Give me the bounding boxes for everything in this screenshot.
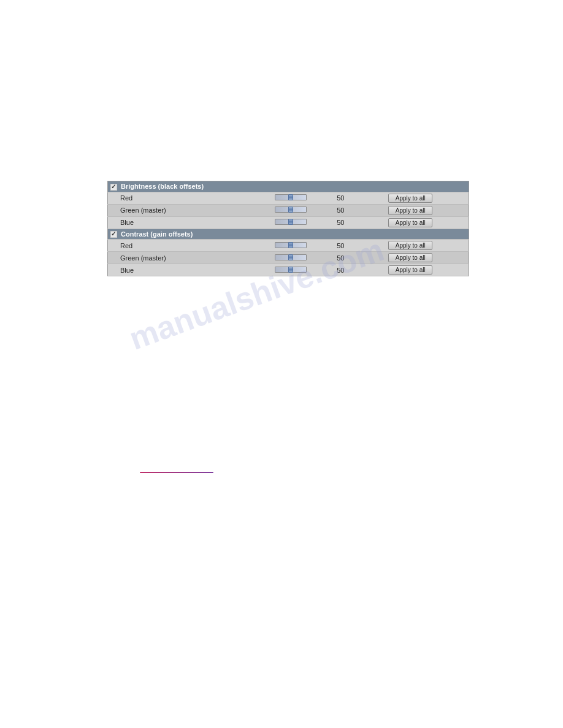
- brightness-red-row: Red 50 Apply to all: [108, 192, 469, 204]
- brightness-green-apply-cell: Apply to all: [386, 204, 469, 216]
- brightness-blue-slider-cell[interactable]: [272, 216, 334, 229]
- contrast-blue-apply-cell: Apply to all: [386, 264, 469, 276]
- brightness-red-thumb: [288, 194, 293, 200]
- contrast-blue-label: Blue: [108, 264, 273, 276]
- contrast-red-slider[interactable]: [275, 242, 307, 248]
- brightness-green-thumb: [288, 207, 293, 213]
- contrast-green-value: 50: [334, 252, 386, 264]
- settings-table: Brightness (black offsets) Red 50 Apply …: [107, 181, 469, 276]
- brightness-red-slider-cell[interactable]: [272, 192, 334, 204]
- contrast-green-thumb: [288, 254, 293, 260]
- brightness-checkbox[interactable]: [110, 184, 117, 191]
- brightness-green-slider-cell[interactable]: [272, 204, 334, 216]
- brightness-green-row: Green (master) 50 Apply to all: [108, 204, 469, 216]
- brightness-blue-row: Blue 50 Apply to all: [108, 216, 469, 229]
- brightness-red-apply-button[interactable]: Apply to all: [388, 194, 432, 203]
- contrast-blue-value: 50: [334, 264, 386, 276]
- contrast-red-apply-button[interactable]: Apply to all: [388, 241, 432, 250]
- contrast-red-slider-cell[interactable]: [272, 240, 334, 252]
- brightness-blue-thumb: [288, 219, 293, 225]
- contrast-red-value: 50: [334, 240, 386, 252]
- contrast-title: Contrast (gain offsets): [121, 230, 193, 238]
- contrast-green-apply-button[interactable]: Apply to all: [388, 253, 432, 262]
- contrast-green-row: Green (master) 50 Apply to all: [108, 252, 469, 264]
- brightness-green-apply-button[interactable]: Apply to all: [388, 206, 432, 215]
- contrast-green-label: Green (master): [108, 252, 273, 264]
- brightness-red-slider[interactable]: [275, 194, 307, 200]
- brightness-blue-slider[interactable]: [275, 219, 307, 225]
- contrast-blue-slider-cell[interactable]: [272, 264, 334, 276]
- contrast-blue-slider[interactable]: [275, 267, 307, 273]
- brightness-blue-apply-cell: Apply to all: [386, 216, 469, 229]
- contrast-red-apply-cell: Apply to all: [386, 240, 469, 252]
- brightness-red-value: 50: [334, 192, 386, 204]
- contrast-red-thumb: [288, 242, 293, 248]
- brightness-red-label: Red: [108, 192, 273, 204]
- brightness-red-apply-cell: Apply to all: [386, 192, 469, 204]
- brightness-blue-apply-button[interactable]: Apply to all: [388, 218, 432, 227]
- brightness-section-header: Brightness (black offsets): [108, 181, 469, 192]
- contrast-green-slider-cell[interactable]: [272, 252, 334, 264]
- settings-panel: Brightness (black offsets) Red 50 Apply …: [107, 181, 469, 276]
- contrast-checkbox[interactable]: [110, 231, 117, 238]
- brightness-green-slider[interactable]: [275, 207, 307, 213]
- contrast-blue-thumb: [288, 267, 293, 273]
- contrast-red-label: Red: [108, 240, 273, 252]
- contrast-blue-row: Blue 50 Apply to all: [108, 264, 469, 276]
- underline-decoration: [140, 472, 213, 473]
- brightness-blue-value: 50: [334, 216, 386, 229]
- contrast-green-slider[interactable]: [275, 254, 307, 260]
- brightness-green-label: Green (master): [108, 204, 273, 216]
- brightness-green-value: 50: [334, 204, 386, 216]
- brightness-title: Brightness (black offsets): [121, 183, 204, 190]
- contrast-green-apply-cell: Apply to all: [386, 252, 469, 264]
- contrast-red-row: Red 50 Apply to all: [108, 240, 469, 252]
- contrast-section-header: Contrast (gain offsets): [108, 229, 469, 240]
- brightness-blue-label: Blue: [108, 216, 273, 229]
- contrast-blue-apply-button[interactable]: Apply to all: [388, 265, 432, 275]
